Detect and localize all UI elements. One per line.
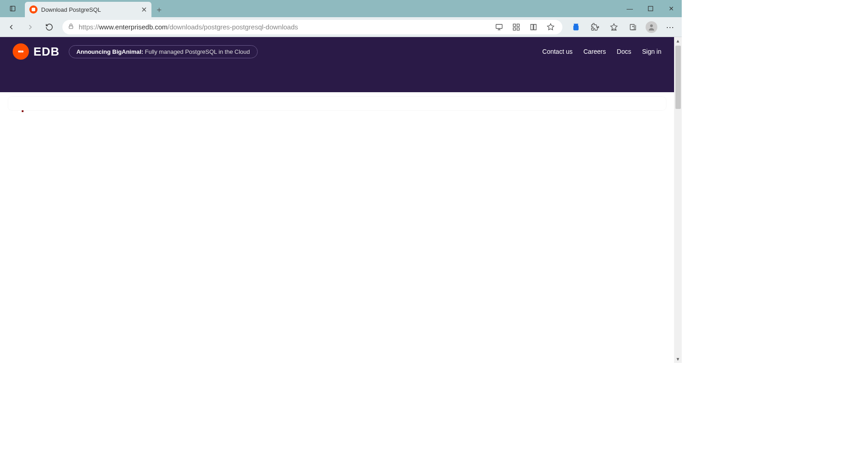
svg-rect-4	[496, 24, 502, 28]
extensions-icon[interactable]	[586, 19, 604, 36]
extensions-url-icon[interactable]	[510, 19, 523, 36]
url-text: https://www.enterprisedb.com/downloads/p…	[79, 23, 488, 31]
top-link-docs[interactable]: Docs	[617, 48, 631, 55]
scrollbar[interactable]: ▲ ▼	[674, 37, 682, 363]
site-header: EDB Announcing BigAnimal: Fully managed …	[0, 37, 674, 92]
svg-rect-8	[517, 24, 519, 26]
svg-rect-10	[517, 28, 519, 30]
svg-rect-20	[20, 51, 22, 53]
svg-rect-2	[648, 6, 653, 11]
minimize-button[interactable]: —	[619, 0, 640, 17]
svg-rect-3	[69, 26, 73, 28]
collections-icon[interactable]	[624, 19, 642, 36]
logo-text: EDB	[33, 45, 60, 59]
highlight-box	[22, 110, 24, 112]
forward-button[interactable]	[22, 19, 39, 36]
svg-rect-9	[513, 28, 515, 30]
maximize-button[interactable]	[640, 0, 661, 17]
page-content: EDB Announcing BigAnimal: Fully managed …	[0, 37, 674, 363]
new-tab-button[interactable]: ＋	[151, 2, 167, 17]
favicon-icon	[29, 5, 38, 14]
downloads-card	[8, 97, 666, 110]
shopping-icon[interactable]: a	[567, 19, 585, 36]
top-link-careers[interactable]: Careers	[583, 48, 606, 55]
browser-tab[interactable]: Download PostgreSQL ✕	[25, 2, 151, 17]
browser-titlebar: Download PostgreSQL ✕ ＋ — ✕	[0, 0, 682, 17]
close-window-button[interactable]: ✕	[661, 0, 682, 17]
back-button[interactable]	[3, 19, 20, 36]
more-menu-icon[interactable]: ⋯	[661, 19, 679, 36]
favorites-star-icon[interactable]	[544, 19, 557, 36]
profile-avatar[interactable]	[646, 21, 657, 33]
site-logo[interactable]: EDB	[13, 43, 60, 60]
svg-rect-0	[10, 6, 15, 11]
svg-point-19	[22, 51, 24, 53]
announcement-pill[interactable]: Announcing BigAnimal: Fully managed Post…	[69, 45, 258, 58]
refresh-button[interactable]	[41, 19, 58, 36]
scroll-down-icon[interactable]: ▼	[674, 355, 682, 363]
svg-point-18	[18, 51, 20, 53]
logo-icon	[13, 43, 29, 60]
favorites-icon[interactable]	[605, 19, 623, 36]
scroll-thumb[interactable]	[675, 46, 681, 109]
svg-text:a: a	[575, 26, 577, 29]
top-link-sign-in[interactable]: Sign in	[642, 48, 661, 55]
svg-rect-7	[513, 24, 515, 26]
desktop-icon[interactable]	[493, 19, 505, 36]
tab-actions-icon[interactable]	[0, 0, 25, 17]
tab-close-icon[interactable]: ✕	[141, 5, 147, 14]
top-link-contact-us[interactable]: Contact us	[542, 48, 573, 55]
tab-title: Download PostgreSQL	[41, 6, 137, 13]
reading-view-icon[interactable]	[527, 19, 540, 36]
lock-icon	[68, 23, 74, 31]
scroll-up-icon[interactable]: ▲	[674, 37, 682, 45]
svg-rect-14	[630, 24, 634, 30]
browser-toolbar: https://www.enterprisedb.com/downloads/p…	[0, 17, 682, 37]
window-controls: — ✕	[619, 0, 682, 17]
svg-point-17	[650, 24, 653, 27]
address-bar[interactable]: https://www.enterprisedb.com/downloads/p…	[62, 20, 562, 34]
